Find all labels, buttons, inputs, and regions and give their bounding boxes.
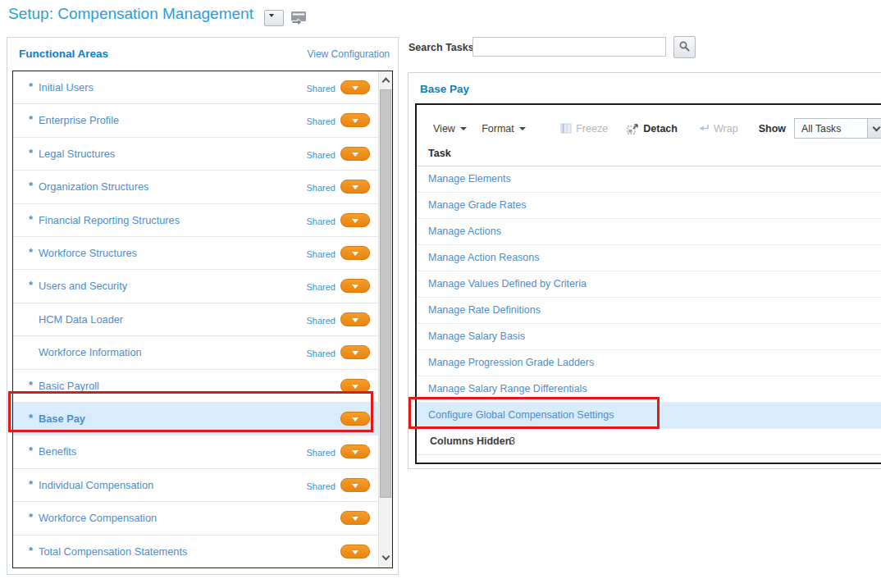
chevron-down-icon	[269, 14, 274, 17]
search-tasks-input[interactable]	[472, 37, 666, 57]
task-link[interactable]: Manage Progression Grade Ladders	[428, 357, 594, 368]
functional-area-link[interactable]: Workforce Structures	[39, 247, 137, 259]
functional-area-row[interactable]: *BenefitsShared	[13, 435, 378, 468]
functional-area-link[interactable]: Users and Security	[39, 280, 127, 292]
scroll-down-button[interactable]	[379, 551, 392, 566]
task-row[interactable]: Manage Action Reasons	[417, 245, 881, 271]
functional-area-row[interactable]: *Users and SecurityShared	[13, 270, 378, 303]
task-link[interactable]: Manage Action Reasons	[428, 252, 540, 263]
functional-area-link[interactable]: Financial Reporting Structures	[39, 214, 180, 226]
functional-area-row[interactable]: *Base Pay	[13, 403, 378, 435]
triangle-down-icon	[352, 417, 358, 422]
task-link[interactable]: Configure Global Compensation Settings	[428, 409, 614, 421]
shared-badge: Shared	[307, 84, 336, 93]
task-row[interactable]: Manage Actions	[417, 219, 881, 245]
area-tasks-dropdown-button[interactable]	[340, 444, 370, 458]
detach-button[interactable]: Detach	[627, 123, 678, 134]
area-tasks-dropdown-button[interactable]	[340, 478, 370, 492]
task-row[interactable]: Manage Salary Range Differentials	[417, 376, 881, 403]
functional-area-row[interactable]: *Financial Reporting StructuresShared	[13, 204, 378, 237]
task-link[interactable]: Manage Actions	[428, 226, 501, 237]
area-tasks-dropdown-button[interactable]	[340, 345, 370, 359]
triangle-down-icon	[352, 318, 358, 322]
functional-area-link[interactable]: Organization Structures	[39, 180, 148, 193]
functional-area-row[interactable]: *Legal StructuresShared	[13, 138, 378, 171]
scrollbar[interactable]	[378, 71, 392, 567]
share-panel-icon[interactable]	[290, 11, 308, 28]
task-row[interactable]: Configure Global Compensation Settings	[417, 403, 881, 429]
task-link[interactable]: Manage Elements	[428, 173, 511, 185]
task-row[interactable]: Manage Grade Rates	[417, 193, 881, 219]
task-link[interactable]: Manage Rate Definitions	[428, 304, 541, 316]
triangle-down-icon	[352, 119, 358, 123]
area-tasks-dropdown-button[interactable]	[340, 246, 370, 260]
required-asterisk: *	[29, 412, 35, 424]
functional-area-link[interactable]: Workforce Information	[39, 346, 142, 358]
functional-area-link[interactable]: Enterprise Profile	[39, 114, 119, 126]
functional-area-link[interactable]: Total Compensation Statements	[39, 545, 187, 558]
functional-area-row[interactable]: *Basic Payroll	[13, 370, 378, 403]
task-rows: Manage ElementsManage Grade RatesManage …	[417, 166, 881, 429]
task-row[interactable]: Manage Salary Basis	[417, 324, 881, 350]
area-tasks-dropdown-button[interactable]	[340, 545, 370, 558]
task-row[interactable]: Manage Rate Definitions	[417, 298, 881, 324]
area-tasks-dropdown-button[interactable]	[340, 80, 370, 94]
task-link[interactable]: Manage Salary Range Differentials	[428, 383, 587, 394]
task-row[interactable]: Manage Values Defined by Criteria	[417, 271, 881, 298]
area-tasks-dropdown-button[interactable]	[340, 147, 370, 161]
wrap-button[interactable]: Wrap	[698, 123, 738, 134]
functional-area-row[interactable]: *Individual CompensationShared	[13, 469, 378, 502]
required-asterisk: *	[29, 279, 35, 291]
chevron-down-icon	[873, 124, 881, 132]
chevron-up-icon	[382, 78, 390, 86]
functional-area-row[interactable]: *Workforce Compensation	[13, 502, 378, 535]
task-link[interactable]: Manage Values Defined by Criteria	[428, 278, 587, 289]
required-asterisk: *	[29, 80, 35, 93]
functional-area-link[interactable]: HCM Data Loader	[39, 313, 123, 326]
area-tasks-dropdown-button[interactable]	[340, 279, 370, 293]
functional-area-row[interactable]: *Workforce StructuresShared	[13, 237, 378, 270]
view-configuration-link[interactable]: View Configuration	[307, 48, 390, 60]
functional-area-row[interactable]: Workforce InformationShared	[13, 336, 378, 369]
functional-area-link[interactable]: Benefits	[39, 445, 76, 458]
area-tasks-dropdown-button[interactable]	[340, 412, 370, 426]
functional-area-link[interactable]: Basic Payroll	[39, 380, 99, 392]
required-asterisk: *	[29, 478, 35, 490]
area-tasks-dropdown-button[interactable]	[340, 312, 370, 326]
functional-area-row[interactable]: HCM Data LoaderShared	[13, 303, 378, 336]
functional-area-link[interactable]: Base Pay	[39, 413, 85, 425]
page-title-dropdown-button[interactable]	[264, 10, 284, 26]
scroll-up-button[interactable]	[379, 73, 392, 88]
columns-hidden-label: Columns Hidden	[430, 435, 511, 447]
functional-area-row[interactable]: *Initial UsersShared	[13, 71, 378, 104]
functional-area-link[interactable]: Workforce Compensation	[39, 512, 157, 524]
select-caret-box	[867, 119, 881, 138]
area-tasks-dropdown-button[interactable]	[340, 511, 370, 525]
shared-badge: Shared	[307, 481, 336, 491]
shared-badge: Shared	[307, 217, 336, 226]
functional-area-link[interactable]: Individual Compensation	[39, 479, 153, 491]
scrollbar-thumb[interactable]	[380, 89, 391, 498]
area-tasks-dropdown-button[interactable]	[340, 213, 370, 227]
required-asterisk: *	[29, 113, 35, 125]
area-tasks-dropdown-button[interactable]	[340, 379, 370, 393]
task-link[interactable]: Manage Salary Basis	[428, 330, 525, 342]
show-tasks-select[interactable]: All Tasks	[794, 118, 881, 139]
functional-area-row[interactable]: *Organization StructuresShared	[13, 171, 378, 203]
shared-badge: Shared	[307, 448, 336, 458]
search-button[interactable]	[673, 36, 696, 58]
area-tasks-dropdown-button[interactable]	[340, 180, 370, 194]
view-menu-button[interactable]: View	[433, 123, 467, 134]
functional-area-row[interactable]: *Total Compensation Statements	[13, 536, 378, 567]
functional-area-link[interactable]: Initial Users	[39, 81, 94, 93]
task-row[interactable]: Manage Elements	[417, 166, 881, 193]
area-tasks-dropdown-button[interactable]	[340, 113, 370, 127]
format-menu-button[interactable]: Format	[482, 123, 526, 134]
magnifier-icon	[678, 40, 691, 52]
task-link[interactable]: Manage Grade Rates	[428, 199, 527, 211]
functional-area-link[interactable]: Legal Structures	[39, 148, 115, 160]
freeze-button[interactable]: Freeze	[560, 123, 608, 134]
functional-areas-title: Functional Areas	[19, 48, 108, 60]
task-row[interactable]: Manage Progression Grade Ladders	[417, 350, 881, 376]
functional-area-row[interactable]: *Enterprise ProfileShared	[13, 104, 378, 137]
